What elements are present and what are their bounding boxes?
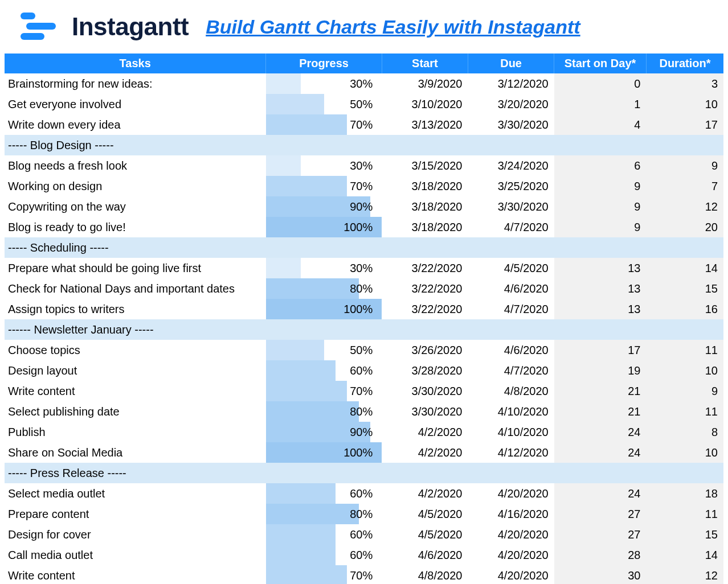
due-date-cell[interactable]: 4/7/2020 — [468, 217, 554, 237]
start-on-day-cell[interactable]: 6 — [554, 155, 647, 176]
progress-cell[interactable]: 60% — [266, 524, 382, 545]
start-on-day-cell[interactable]: 19 — [554, 360, 647, 381]
start-date-cell[interactable]: 4/8/2020 — [382, 565, 468, 584]
task-name-cell[interactable]: Get everyone involved — [5, 94, 266, 114]
progress-cell[interactable]: 70% — [266, 381, 382, 401]
task-name-cell[interactable]: Select media outlet — [5, 483, 266, 504]
due-date-cell[interactable]: 4/6/2020 — [468, 340, 554, 360]
due-date-cell[interactable]: 3/24/2020 — [468, 155, 554, 176]
start-on-day-cell[interactable]: 9 — [554, 176, 647, 196]
progress-cell[interactable]: 60% — [266, 483, 382, 504]
progress-cell[interactable]: 30% — [266, 258, 382, 278]
duration-cell[interactable]: 20 — [646, 217, 723, 237]
progress-cell[interactable]: 60% — [266, 545, 382, 565]
start-on-day-cell[interactable]: 30 — [554, 565, 647, 584]
duration-cell[interactable]: 10 — [646, 360, 723, 381]
duration-cell[interactable]: 12 — [646, 196, 723, 217]
start-date-cell[interactable]: 3/22/2020 — [382, 258, 468, 278]
task-name-cell[interactable]: Publish — [5, 422, 266, 442]
duration-cell[interactable]: 10 — [646, 442, 723, 463]
duration-cell[interactable]: 17 — [646, 114, 723, 135]
progress-cell[interactable]: 60% — [266, 360, 382, 381]
title-link[interactable]: Build Gantt Charts Easily with Instagant… — [206, 16, 580, 38]
task-name-cell[interactable]: Copywriting on the way — [5, 196, 266, 217]
duration-cell[interactable]: 7 — [646, 176, 723, 196]
start-date-cell[interactable]: 3/18/2020 — [382, 176, 468, 196]
due-date-cell[interactable]: 4/12/2020 — [468, 442, 554, 463]
start-on-day-cell[interactable]: 4 — [554, 114, 647, 135]
due-date-cell[interactable]: 3/12/2020 — [468, 73, 554, 94]
duration-cell[interactable]: 11 — [646, 401, 723, 422]
due-date-cell[interactable]: 4/20/2020 — [468, 483, 554, 504]
duration-cell[interactable]: 18 — [646, 483, 723, 504]
task-name-cell[interactable]: Prepare what should be going live first — [5, 258, 266, 278]
duration-cell[interactable]: 16 — [646, 299, 723, 319]
start-on-day-cell[interactable]: 21 — [554, 381, 647, 401]
start-on-day-cell[interactable]: 9 — [554, 217, 647, 237]
duration-cell[interactable]: 11 — [646, 504, 723, 524]
start-date-cell[interactable]: 3/18/2020 — [382, 196, 468, 217]
start-on-day-cell[interactable]: 24 — [554, 442, 647, 463]
task-name-cell[interactable]: Design layout — [5, 360, 266, 381]
due-date-cell[interactable]: 3/30/2020 — [468, 196, 554, 217]
start-date-cell[interactable]: 4/5/2020 — [382, 524, 468, 545]
progress-cell[interactable]: 70% — [266, 565, 382, 584]
start-date-cell[interactable]: 3/22/2020 — [382, 299, 468, 319]
start-date-cell[interactable]: 3/30/2020 — [382, 401, 468, 422]
start-on-day-cell[interactable]: 21 — [554, 401, 647, 422]
due-date-cell[interactable]: 4/20/2020 — [468, 545, 554, 565]
duration-cell[interactable]: 9 — [646, 381, 723, 401]
start-on-day-cell[interactable]: 13 — [554, 299, 647, 319]
progress-cell[interactable]: 90% — [266, 422, 382, 442]
due-date-cell[interactable]: 3/20/2020 — [468, 94, 554, 114]
start-on-day-cell[interactable]: 13 — [554, 278, 647, 299]
due-date-cell[interactable]: 4/10/2020 — [468, 401, 554, 422]
start-on-day-cell[interactable]: 0 — [554, 73, 647, 94]
start-date-cell[interactable]: 4/5/2020 — [382, 504, 468, 524]
progress-cell[interactable]: 80% — [266, 278, 382, 299]
due-date-cell[interactable]: 4/7/2020 — [468, 360, 554, 381]
progress-cell[interactable]: 100% — [266, 442, 382, 463]
due-date-cell[interactable]: 4/16/2020 — [468, 504, 554, 524]
progress-cell[interactable]: 100% — [266, 217, 382, 237]
start-on-day-cell[interactable]: 17 — [554, 340, 647, 360]
duration-cell[interactable]: 10 — [646, 94, 723, 114]
duration-cell[interactable]: 14 — [646, 545, 723, 565]
progress-cell[interactable]: 30% — [266, 155, 382, 176]
start-on-day-cell[interactable]: 28 — [554, 545, 647, 565]
task-name-cell[interactable]: Brainstorming for new ideas: — [5, 73, 266, 94]
task-name-cell[interactable]: Write content — [5, 565, 266, 584]
start-date-cell[interactable]: 3/13/2020 — [382, 114, 468, 135]
duration-cell[interactable]: 11 — [646, 340, 723, 360]
due-date-cell[interactable]: 3/25/2020 — [468, 176, 554, 196]
start-on-day-cell[interactable]: 13 — [554, 258, 647, 278]
start-on-day-cell[interactable]: 9 — [554, 196, 647, 217]
start-date-cell[interactable]: 4/6/2020 — [382, 545, 468, 565]
task-name-cell[interactable]: Working on design — [5, 176, 266, 196]
progress-cell[interactable]: 50% — [266, 340, 382, 360]
task-name-cell[interactable]: Share on Social Media — [5, 442, 266, 463]
start-date-cell[interactable]: 4/2/2020 — [382, 442, 468, 463]
start-date-cell[interactable]: 3/22/2020 — [382, 278, 468, 299]
duration-cell[interactable]: 15 — [646, 278, 723, 299]
duration-cell[interactable]: 8 — [646, 422, 723, 442]
start-on-day-cell[interactable]: 24 — [554, 422, 647, 442]
start-date-cell[interactable]: 3/10/2020 — [382, 94, 468, 114]
start-date-cell[interactable]: 3/28/2020 — [382, 360, 468, 381]
duration-cell[interactable]: 3 — [646, 73, 723, 94]
start-date-cell[interactable]: 3/9/2020 — [382, 73, 468, 94]
progress-cell[interactable]: 100% — [266, 299, 382, 319]
task-name-cell[interactable]: Blog needs a fresh look — [5, 155, 266, 176]
start-on-day-cell[interactable]: 27 — [554, 504, 647, 524]
task-name-cell[interactable]: Select publishing date — [5, 401, 266, 422]
task-name-cell[interactable]: Assign topics to writers — [5, 299, 266, 319]
progress-cell[interactable]: 70% — [266, 176, 382, 196]
task-name-cell[interactable]: Check for National Days and important da… — [5, 278, 266, 299]
progress-cell[interactable]: 30% — [266, 73, 382, 94]
duration-cell[interactable]: 12 — [646, 565, 723, 584]
task-name-cell[interactable]: Blog is ready to go live! — [5, 217, 266, 237]
duration-cell[interactable]: 14 — [646, 258, 723, 278]
duration-cell[interactable]: 9 — [646, 155, 723, 176]
task-name-cell[interactable]: Write down every idea — [5, 114, 266, 135]
progress-cell[interactable]: 80% — [266, 504, 382, 524]
